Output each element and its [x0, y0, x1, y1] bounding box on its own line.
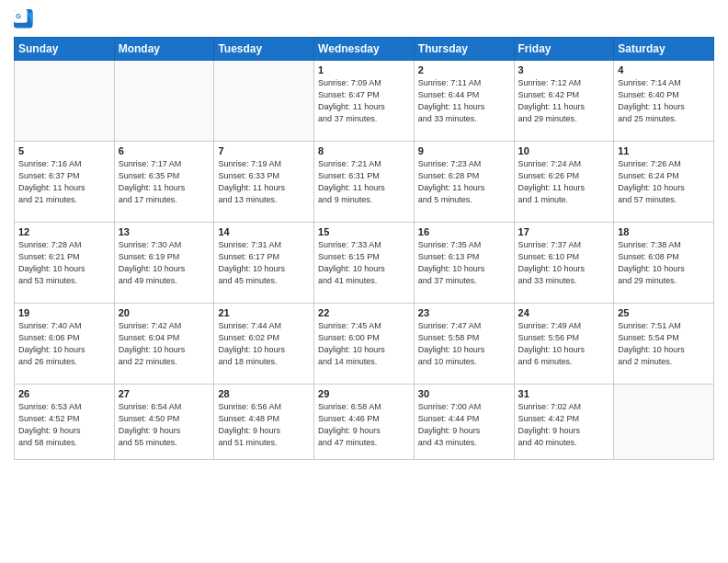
- calendar-week-row: 26Sunrise: 6:53 AM Sunset: 4:52 PM Dayli…: [15, 385, 714, 460]
- day-info: Sunrise: 7:30 AM Sunset: 6:19 PM Dayligh…: [119, 239, 210, 287]
- day-info: Sunrise: 7:37 AM Sunset: 6:10 PM Dayligh…: [518, 239, 610, 287]
- calendar-cell: 12Sunrise: 7:28 AM Sunset: 6:21 PM Dayli…: [15, 223, 115, 304]
- calendar-cell: 22Sunrise: 7:45 AM Sunset: 6:00 PM Dayli…: [314, 304, 415, 385]
- calendar-cell: 16Sunrise: 7:35 AM Sunset: 6:13 PM Dayli…: [414, 223, 514, 304]
- day-number: 8: [318, 145, 410, 156]
- day-number: 16: [418, 226, 510, 237]
- day-info: Sunrise: 7:11 AM Sunset: 6:44 PM Dayligh…: [418, 77, 510, 125]
- calendar-cell: 27Sunrise: 6:54 AM Sunset: 4:50 PM Dayli…: [114, 385, 214, 460]
- day-info: Sunrise: 6:53 AM Sunset: 4:52 PM Dayligh…: [18, 401, 110, 449]
- day-number: 1: [318, 64, 410, 75]
- day-number: 6: [119, 145, 210, 156]
- day-number: 3: [518, 64, 610, 75]
- calendar-cell: [614, 385, 714, 460]
- day-number: 26: [18, 388, 110, 399]
- day-info: Sunrise: 6:54 AM Sunset: 4:50 PM Dayligh…: [119, 401, 210, 449]
- calendar-cell: 13Sunrise: 7:30 AM Sunset: 6:19 PM Dayli…: [114, 223, 214, 304]
- calendar-cell: 25Sunrise: 7:51 AM Sunset: 5:54 PM Dayli…: [614, 304, 714, 385]
- calendar-table: SundayMondayTuesdayWednesdayThursdayFrid…: [14, 37, 714, 460]
- calendar-cell: 26Sunrise: 6:53 AM Sunset: 4:52 PM Dayli…: [15, 385, 115, 460]
- day-number: 23: [418, 307, 510, 318]
- day-info: Sunrise: 7:26 AM Sunset: 6:24 PM Dayligh…: [618, 158, 710, 206]
- day-number: 24: [518, 307, 610, 318]
- day-info: Sunrise: 7:31 AM Sunset: 6:17 PM Dayligh…: [218, 239, 310, 287]
- weekday-header: Friday: [514, 38, 614, 61]
- calendar-cell: 3Sunrise: 7:12 AM Sunset: 6:42 PM Daylig…: [514, 61, 614, 142]
- weekday-header: Tuesday: [214, 38, 314, 61]
- day-number: 31: [518, 388, 610, 399]
- calendar-cell: [114, 61, 214, 142]
- day-number: 12: [18, 226, 110, 237]
- day-number: 29: [318, 388, 410, 399]
- day-number: 22: [318, 307, 410, 318]
- day-info: Sunrise: 7:35 AM Sunset: 6:13 PM Dayligh…: [418, 239, 510, 287]
- header: G: [14, 9, 714, 29]
- calendar-cell: 17Sunrise: 7:37 AM Sunset: 6:10 PM Dayli…: [514, 223, 614, 304]
- calendar-cell: 28Sunrise: 6:56 AM Sunset: 4:48 PM Dayli…: [214, 385, 314, 460]
- day-info: Sunrise: 6:56 AM Sunset: 4:48 PM Dayligh…: [218, 401, 310, 449]
- day-number: 25: [618, 307, 710, 318]
- calendar-cell: 5Sunrise: 7:16 AM Sunset: 6:37 PM Daylig…: [15, 142, 115, 223]
- day-info: Sunrise: 7:38 AM Sunset: 6:08 PM Dayligh…: [618, 239, 710, 287]
- day-number: 19: [18, 307, 110, 318]
- day-number: 18: [618, 226, 710, 237]
- day-info: Sunrise: 7:02 AM Sunset: 4:42 PM Dayligh…: [518, 401, 610, 449]
- logo-icon: G: [14, 9, 34, 29]
- day-number: 21: [218, 307, 310, 318]
- calendar-week-row: 5Sunrise: 7:16 AM Sunset: 6:37 PM Daylig…: [15, 142, 714, 223]
- day-number: 14: [218, 226, 310, 237]
- day-number: 9: [418, 145, 510, 156]
- day-info: Sunrise: 7:14 AM Sunset: 6:40 PM Dayligh…: [618, 77, 710, 125]
- calendar-week-row: 12Sunrise: 7:28 AM Sunset: 6:21 PM Dayli…: [15, 223, 714, 304]
- day-number: 7: [218, 145, 310, 156]
- calendar-cell: 15Sunrise: 7:33 AM Sunset: 6:15 PM Dayli…: [314, 223, 415, 304]
- calendar-cell: 9Sunrise: 7:23 AM Sunset: 6:28 PM Daylig…: [414, 142, 514, 223]
- day-number: 15: [318, 226, 410, 237]
- calendar-cell: 31Sunrise: 7:02 AM Sunset: 4:42 PM Dayli…: [514, 385, 614, 460]
- day-info: Sunrise: 7:21 AM Sunset: 6:31 PM Dayligh…: [318, 158, 410, 206]
- day-info: Sunrise: 7:33 AM Sunset: 6:15 PM Dayligh…: [318, 239, 410, 287]
- day-info: Sunrise: 6:58 AM Sunset: 4:46 PM Dayligh…: [318, 401, 410, 449]
- day-info: Sunrise: 7:23 AM Sunset: 6:28 PM Dayligh…: [418, 158, 510, 206]
- weekday-header-row: SundayMondayTuesdayWednesdayThursdayFrid…: [15, 38, 714, 61]
- day-number: 20: [119, 307, 210, 318]
- day-info: Sunrise: 7:16 AM Sunset: 6:37 PM Dayligh…: [18, 158, 110, 206]
- day-info: Sunrise: 7:09 AM Sunset: 6:47 PM Dayligh…: [318, 77, 410, 125]
- calendar-week-row: 19Sunrise: 7:40 AM Sunset: 6:06 PM Dayli…: [15, 304, 714, 385]
- day-info: Sunrise: 7:45 AM Sunset: 6:00 PM Dayligh…: [318, 320, 410, 368]
- day-info: Sunrise: 7:49 AM Sunset: 5:56 PM Dayligh…: [518, 320, 610, 368]
- day-number: 11: [618, 145, 710, 156]
- day-number: 5: [18, 145, 110, 156]
- calendar-cell: 30Sunrise: 7:00 AM Sunset: 4:44 PM Dayli…: [414, 385, 514, 460]
- day-number: 27: [119, 388, 210, 399]
- day-info: Sunrise: 7:44 AM Sunset: 6:02 PM Dayligh…: [218, 320, 310, 368]
- calendar-cell: 23Sunrise: 7:47 AM Sunset: 5:58 PM Dayli…: [414, 304, 514, 385]
- calendar-cell: 19Sunrise: 7:40 AM Sunset: 6:06 PM Dayli…: [15, 304, 115, 385]
- day-info: Sunrise: 7:40 AM Sunset: 6:06 PM Dayligh…: [18, 320, 110, 368]
- calendar-cell: 2Sunrise: 7:11 AM Sunset: 6:44 PM Daylig…: [414, 61, 514, 142]
- calendar-cell: 29Sunrise: 6:58 AM Sunset: 4:46 PM Dayli…: [314, 385, 415, 460]
- calendar-cell: 14Sunrise: 7:31 AM Sunset: 6:17 PM Dayli…: [214, 223, 314, 304]
- calendar-cell: 7Sunrise: 7:19 AM Sunset: 6:33 PM Daylig…: [214, 142, 314, 223]
- day-info: Sunrise: 7:17 AM Sunset: 6:35 PM Dayligh…: [119, 158, 210, 206]
- day-number: 30: [418, 388, 510, 399]
- weekday-header: Wednesday: [314, 38, 415, 61]
- day-number: 13: [119, 226, 210, 237]
- calendar-cell: 1Sunrise: 7:09 AM Sunset: 6:47 PM Daylig…: [314, 61, 415, 142]
- day-number: 28: [218, 388, 310, 399]
- day-info: Sunrise: 7:12 AM Sunset: 6:42 PM Dayligh…: [518, 77, 610, 125]
- calendar-cell: 8Sunrise: 7:21 AM Sunset: 6:31 PM Daylig…: [314, 142, 415, 223]
- day-info: Sunrise: 7:42 AM Sunset: 6:04 PM Dayligh…: [119, 320, 210, 368]
- day-info: Sunrise: 7:19 AM Sunset: 6:33 PM Dayligh…: [218, 158, 310, 206]
- day-info: Sunrise: 7:51 AM Sunset: 5:54 PM Dayligh…: [618, 320, 710, 368]
- calendar-cell: [214, 61, 314, 142]
- day-number: 2: [418, 64, 510, 75]
- day-info: Sunrise: 7:28 AM Sunset: 6:21 PM Dayligh…: [18, 239, 110, 287]
- calendar-cell: 24Sunrise: 7:49 AM Sunset: 5:56 PM Dayli…: [514, 304, 614, 385]
- calendar-cell: 21Sunrise: 7:44 AM Sunset: 6:02 PM Dayli…: [214, 304, 314, 385]
- svg-text:G: G: [16, 12, 21, 20]
- day-info: Sunrise: 7:47 AM Sunset: 5:58 PM Dayligh…: [418, 320, 510, 368]
- weekday-header: Saturday: [614, 38, 714, 61]
- weekday-header: Monday: [114, 38, 214, 61]
- day-number: 10: [518, 145, 610, 156]
